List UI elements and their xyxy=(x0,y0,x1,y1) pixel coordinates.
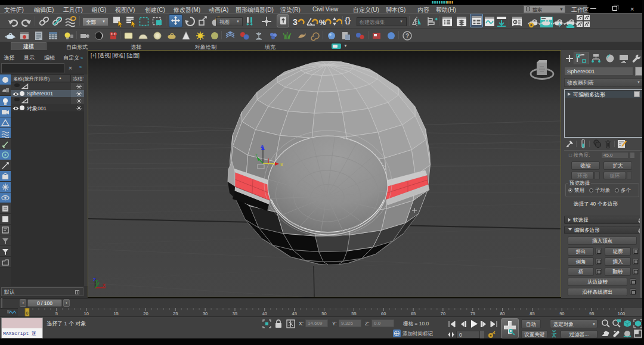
svg-text:25: 25 xyxy=(173,311,178,316)
svg-text:20: 20 xyxy=(143,311,148,316)
svg-text:70: 70 xyxy=(441,311,445,316)
svg-text:X: X xyxy=(103,282,106,288)
svg-text:15: 15 xyxy=(113,311,118,316)
svg-text:45: 45 xyxy=(292,311,297,316)
svg-text:%: % xyxy=(319,18,326,27)
svg-text:100: 100 xyxy=(618,311,626,316)
svg-text:90: 90 xyxy=(559,311,564,316)
svg-text:50: 50 xyxy=(321,311,326,316)
svg-text:10: 10 xyxy=(84,311,89,316)
svg-text:y: y xyxy=(95,279,98,284)
svg-text:80: 80 xyxy=(500,311,504,316)
svg-text:Y: Y xyxy=(255,153,258,157)
svg-text:30: 30 xyxy=(203,311,208,316)
svg-text:X: X xyxy=(280,163,283,167)
svg-text:Z: Z xyxy=(261,144,264,148)
svg-text:40: 40 xyxy=(262,311,267,316)
svg-text:5: 5 xyxy=(55,311,58,316)
svg-text:?: ? xyxy=(405,33,409,39)
svg-text:55: 55 xyxy=(351,311,356,316)
svg-text:85: 85 xyxy=(530,311,534,316)
svg-text:95: 95 xyxy=(589,311,594,316)
svg-text:75: 75 xyxy=(470,311,475,316)
svg-text:3: 3 xyxy=(293,17,298,27)
svg-text:60: 60 xyxy=(381,311,386,316)
svg-text:35: 35 xyxy=(233,311,237,316)
svg-text:0: 0 xyxy=(26,311,29,315)
svg-text:65: 65 xyxy=(411,311,416,316)
